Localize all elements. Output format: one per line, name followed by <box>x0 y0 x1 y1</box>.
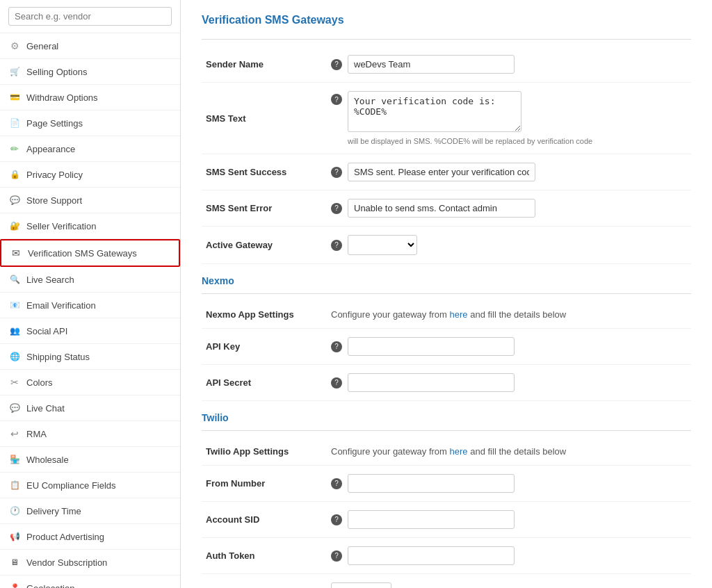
sms-success-input[interactable] <box>348 163 535 181</box>
sidebar-item-general[interactable]: General <box>0 33 180 59</box>
sidebar-item-page-settings[interactable]: Page Settings <box>0 111 180 136</box>
twilio-config-link[interactable]: here <box>450 446 468 457</box>
nexmo-config-text-post: and fill the details below <box>470 309 566 320</box>
sms-error-input[interactable] <box>348 199 535 218</box>
sidebar-item-label-rma: RMA <box>26 429 47 439</box>
sidebar-item-privacy-policy[interactable]: Privacy Policy <box>0 162 180 188</box>
sidebar-item-eu-compliance[interactable]: EU Compliance Fields <box>0 473 180 498</box>
wholesale-icon <box>8 453 21 466</box>
sidebar-item-colors[interactable]: Colors <box>0 370 180 395</box>
sms-text-hint: will be displayed in SMS. %CODE% will be… <box>348 137 592 145</box>
sidebar-item-label-general: General <box>26 41 58 51</box>
main-content: Verification SMS Gateways Sender Name ? … <box>181 0 712 588</box>
sidebar-item-email-verification[interactable]: Email Verification <box>0 293 180 318</box>
sidebar-item-shipping-status[interactable]: Shipping Status <box>0 344 180 370</box>
sidebar-item-verification-sms[interactable]: Verification SMS Gateways <box>0 239 180 267</box>
nexmo-api-key-input[interactable] <box>348 337 515 356</box>
sidebar-item-label-withdraw-options: Withdraw Options <box>26 92 98 103</box>
sms-error-field-row: ? <box>331 199 687 218</box>
nexmo-api-key-label: API Key <box>202 329 327 365</box>
nexmo-app-settings-cell: Configure your gateway from here and fil… <box>327 301 691 329</box>
sms-text-textarea[interactable] <box>348 91 521 132</box>
sidebar-item-appearance[interactable]: Appearance <box>0 136 180 162</box>
nexmo-divider <box>202 293 691 294</box>
nexmo-api-key-help-icon[interactable]: ? <box>331 341 342 352</box>
active-gateway-field-row: ? <box>331 235 687 255</box>
twilio-sms-code-type-select[interactable]: Numeric <box>331 582 391 588</box>
active-gateway-row: Active Gateway ? <box>202 227 691 264</box>
sidebar-item-delivery-time[interactable]: Delivery Time <box>0 498 180 524</box>
sidebar-item-vendor-subscription[interactable]: Vendor Subscription <box>0 550 180 575</box>
twilio-title: Twilio <box>202 412 691 423</box>
geolocation-icon <box>8 582 21 588</box>
email-icon <box>8 299 21 311</box>
chat-icon <box>8 402 21 414</box>
twilio-config-text: Configure your gateway from here and fil… <box>331 446 566 457</box>
sidebar-item-withdraw-options[interactable]: Withdraw Options <box>0 85 180 111</box>
sidebar-item-rma[interactable]: RMA <box>0 421 180 447</box>
nexmo-api-secret-label: API Secret <box>202 365 327 401</box>
sms-success-row: SMS Sent Success ? <box>202 154 691 190</box>
sidebar-item-label-geolocation: Geolocation <box>26 583 74 589</box>
twilio-from-number-field-row: ? <box>331 474 687 493</box>
sidebar-item-label-eu-compliance: EU Compliance Fields <box>26 480 116 491</box>
sidebar-item-social-api[interactable]: Social API <box>0 318 180 344</box>
twilio-from-number-row: From Number ? <box>202 466 691 502</box>
sms-error-cell: ? <box>327 190 691 227</box>
twilio-app-settings-label: Twilio App Settings <box>202 438 327 466</box>
twilio-account-sid-input[interactable] <box>348 510 515 529</box>
page-icon <box>8 117 21 129</box>
sidebar-item-live-search[interactable]: Live Search <box>0 267 180 293</box>
twilio-auth-token-help-icon[interactable]: ? <box>331 550 342 562</box>
sender-name-row: Sender Name ? <box>202 47 691 83</box>
sms-text-input-wrapper: will be displayed in SMS. %CODE% will be… <box>348 91 592 145</box>
sidebar-search-wrapper <box>0 0 180 33</box>
twilio-auth-token-label: Auth Token <box>202 538 327 574</box>
sidebar-search-input[interactable] <box>8 7 172 26</box>
sms-success-help-icon[interactable]: ? <box>331 167 342 178</box>
appearance-icon <box>8 142 21 155</box>
sidebar-item-wholesale[interactable]: Wholesale <box>0 447 180 473</box>
active-gateway-help-icon[interactable]: ? <box>331 240 342 251</box>
nexmo-api-secret-help-icon[interactable]: ? <box>331 377 342 389</box>
sidebar-item-label-wholesale: Wholesale <box>26 455 69 465</box>
sidebar-item-selling-options[interactable]: Selling Options <box>0 59 180 85</box>
twilio-sms-code-type-row: SMS Code type Numeric <box>202 574 691 589</box>
advertising-icon <box>8 530 21 543</box>
nexmo-config-text-pre: Configure your gateway from <box>331 309 447 320</box>
sms-success-label: SMS Sent Success <box>202 154 327 190</box>
sidebar-item-seller-verification[interactable]: Seller Verification <box>0 213 180 239</box>
nexmo-api-key-field-row: ? <box>331 337 687 356</box>
sidebar-item-label-store-support: Store Support <box>26 195 82 206</box>
sender-name-help-icon[interactable]: ? <box>331 59 342 70</box>
sidebar-item-label-selling-options: Selling Options <box>26 67 87 77</box>
social-icon <box>8 325 21 337</box>
active-gateway-select[interactable] <box>348 235 417 255</box>
twilio-divider <box>202 430 691 431</box>
twilio-account-sid-help-icon[interactable]: ? <box>331 514 342 525</box>
twilio-from-number-input[interactable] <box>348 474 515 493</box>
twilio-auth-token-input[interactable] <box>348 546 515 565</box>
nexmo-api-secret-input[interactable] <box>348 373 515 392</box>
sms-error-help-icon[interactable]: ? <box>331 203 342 214</box>
nexmo-app-settings-label: Nexmo App Settings <box>202 301 327 329</box>
sidebar-item-store-support[interactable]: Store Support <box>0 188 180 213</box>
nexmo-config-link[interactable]: here <box>450 309 468 320</box>
nexmo-api-key-cell: ? <box>327 329 691 365</box>
sidebar-item-label-seller-verification: Seller Verification <box>26 221 96 231</box>
active-gateway-cell: ? <box>327 227 691 264</box>
sms-text-help-icon[interactable]: ? <box>331 94 342 105</box>
sms-text-cell: ? will be displayed in SMS. %CODE% will … <box>327 83 691 154</box>
shipping-icon <box>8 350 21 363</box>
sidebar-item-product-advertising[interactable]: Product Advertising <box>0 524 180 550</box>
sidebar-item-live-chat[interactable]: Live Chat <box>0 395 180 421</box>
active-gateway-label: Active Gateway <box>202 227 327 264</box>
sender-name-input[interactable] <box>348 55 515 74</box>
twilio-auth-token-cell: ? <box>327 538 691 574</box>
sidebar-item-label-delivery-time: Delivery Time <box>26 506 81 516</box>
rma-icon <box>8 427 21 440</box>
twilio-table: Twilio App Settings Configure your gatew… <box>202 438 691 588</box>
sidebar-item-geolocation[interactable]: Geolocation <box>0 575 180 588</box>
twilio-sms-code-type-cell: Numeric <box>327 574 691 589</box>
twilio-from-number-help-icon[interactable]: ? <box>331 478 342 489</box>
